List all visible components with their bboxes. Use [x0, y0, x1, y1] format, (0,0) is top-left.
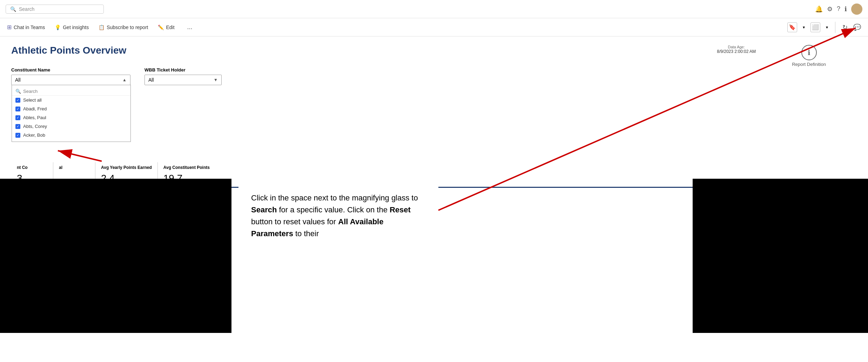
- main-content: Athletic Points Overview Data Age: 8/9/2…: [0, 36, 868, 196]
- comment-button[interactable]: 💬: [853, 23, 861, 31]
- view-chevron[interactable]: ▾: [826, 25, 828, 30]
- help-icon[interactable]: ?: [837, 5, 840, 13]
- edit-icon: ✏️: [158, 25, 164, 30]
- stat-col1-header: nt Co: [17, 165, 47, 170]
- settings-icon[interactable]: ⚙: [827, 5, 833, 13]
- subscribe-icon: 📋: [99, 25, 105, 30]
- bookmark-chevron[interactable]: ▾: [803, 25, 805, 30]
- report-def-label: Report Definition: [792, 62, 826, 67]
- top-bar-right: 🔔 ⚙ ? ℹ: [815, 4, 862, 15]
- insights-label: Get insights: [63, 25, 89, 30]
- bottom-left-black: [0, 179, 231, 333]
- filter-row: Constituent Name All ▲ 🔍 Select all: [11, 67, 857, 85]
- wbb-value: All: [148, 77, 154, 83]
- bookmark-button[interactable]: 🔖: [787, 22, 797, 32]
- wbb-filter-group: WBB Ticket Holder All ▼: [144, 67, 222, 85]
- wbb-label: WBB Ticket Holder: [144, 67, 222, 73]
- teams-icon: ⊞: [7, 24, 12, 30]
- select-all-label: Select all: [23, 97, 42, 103]
- chat-in-teams-button[interactable]: ⊞ Chat in Teams: [7, 24, 45, 30]
- constituent-filter-group: Constituent Name All ▲ 🔍 Select all: [11, 67, 130, 85]
- constituent-dropdown[interactable]: All ▲ 🔍 Select all Abadi, Fred: [11, 75, 130, 85]
- get-insights-button[interactable]: 💡 Get insights: [55, 25, 89, 30]
- action-bar-right: 🔖 ▾ ⬜ ▾ ↻ 💬: [787, 22, 861, 33]
- dropdown-item-4[interactable]: Acker, Bob: [12, 131, 130, 139]
- dropdown-item-2[interactable]: Ables, Paul: [12, 113, 130, 122]
- top-search-placeholder: Search: [19, 6, 34, 12]
- notification-icon[interactable]: 🔔: [815, 5, 823, 13]
- chevron-up-icon: ▲: [122, 77, 127, 82]
- top-bar: 🔍 Search 🔔 ⚙ ? ℹ: [0, 0, 868, 18]
- instruction-text: Click in the space next to the magnifyin…: [251, 192, 426, 240]
- bulb-icon: 💡: [55, 25, 61, 30]
- item1-checkbox[interactable]: [15, 107, 20, 111]
- action-bar: ⊞ Chat in Teams 💡 Get insights 📋 Subscri…: [0, 18, 868, 36]
- avatar[interactable]: [851, 4, 862, 15]
- search-icon: 🔍: [10, 6, 16, 12]
- subscribe-button[interactable]: 📋 Subscribe to report: [99, 25, 148, 30]
- dropdown-search-icon: 🔍: [15, 89, 21, 94]
- refresh-button[interactable]: ↻: [842, 23, 848, 31]
- constituent-dropdown-panel: 🔍 Select all Abadi, Fred Ables, Paul: [12, 85, 131, 142]
- item2-label: Ables, Paul: [23, 115, 46, 120]
- more-button[interactable]: ...: [184, 23, 195, 31]
- wbb-dropdown[interactable]: All ▼: [144, 75, 222, 85]
- item3-checkbox[interactable]: [15, 124, 20, 129]
- top-bar-left: 🔍 Search: [6, 5, 104, 14]
- chevron-down-icon: ▼: [214, 77, 218, 82]
- constituent-name-label: Constituent Name: [11, 67, 130, 73]
- divider: [835, 22, 835, 33]
- question-icon[interactable]: ℹ: [845, 5, 847, 13]
- edit-button[interactable]: ✏️ Edit: [158, 25, 174, 30]
- constituent-value: All: [15, 77, 21, 83]
- select-all-checkbox[interactable]: [15, 98, 20, 103]
- dropdown-item-3[interactable]: Abts, Corey: [12, 122, 130, 131]
- data-age-info: Data Age: 8/9/2023 2:00:02 AM: [717, 45, 756, 54]
- data-age-label: Data Age:: [717, 45, 756, 49]
- chat-label: Chat in Teams: [14, 25, 45, 30]
- stat-col2-header: al: [59, 165, 89, 170]
- info-circle-icon: ℹ: [801, 45, 817, 60]
- stat-col3-header: Avg Yearly Points Earned: [101, 165, 152, 170]
- bottom-right-black: [693, 179, 868, 333]
- item1-label: Abadi, Fred: [23, 106, 47, 111]
- instruction-panel: Click in the space next to the magnifyin…: [238, 182, 438, 250]
- dropdown-item-1[interactable]: Abadi, Fred: [12, 104, 130, 113]
- data-age-value: 8/9/2023 2:00:02 AM: [717, 49, 756, 54]
- dropdown-search-input[interactable]: [23, 89, 127, 94]
- subscribe-label: Subscribe to report: [107, 25, 148, 30]
- item2-checkbox[interactable]: [15, 115, 20, 120]
- item4-label: Acker, Bob: [23, 132, 45, 138]
- dropdown-search-row: 🔍: [12, 87, 130, 96]
- item3-label: Abts, Corey: [23, 124, 47, 129]
- edit-label: Edit: [166, 25, 174, 30]
- view-button[interactable]: ⬜: [810, 22, 820, 32]
- report-definition-button[interactable]: ℹ Report Definition: [792, 45, 826, 67]
- item4-checkbox[interactable]: [15, 133, 20, 138]
- top-search-box[interactable]: 🔍 Search: [6, 5, 104, 14]
- stat-col4-header: Avg Constituent Points: [163, 165, 210, 170]
- dropdown-select-all[interactable]: Select all: [12, 96, 130, 104]
